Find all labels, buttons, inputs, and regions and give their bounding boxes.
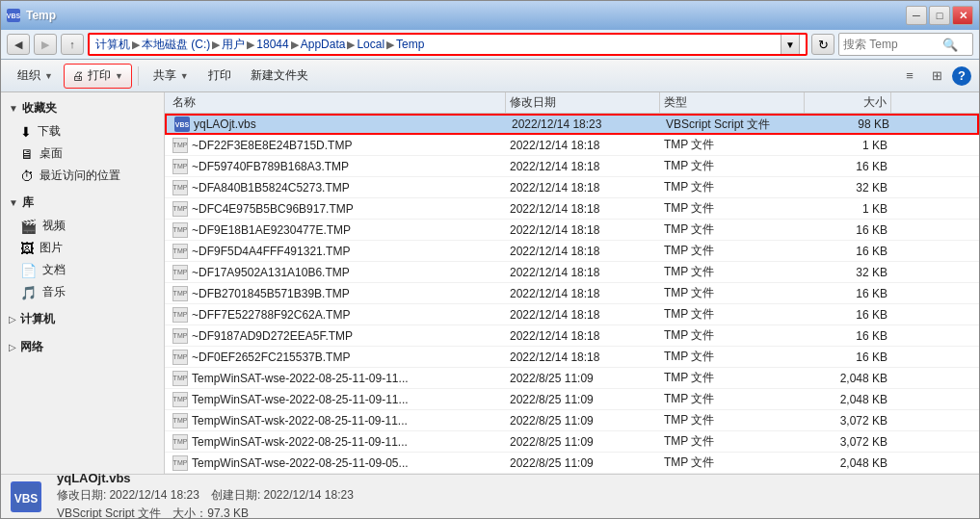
- file-type-cell: TMP 文件: [660, 391, 805, 407]
- path-temp[interactable]: Temp: [396, 38, 424, 51]
- desktop-label: 桌面: [40, 145, 63, 162]
- sidebar-header-network[interactable]: ▷ 网络: [1, 335, 164, 359]
- table-row[interactable]: TMP TempWinSAT-wsk-2022-08-25-11-09-11..…: [165, 431, 979, 453]
- file-date-cell: 2022/8/25 11:09: [506, 414, 660, 428]
- file-name-cell: TMP ~DF0EF2652FC215537B.TMP: [169, 350, 506, 365]
- file-name-text: ~DF9E18B1AE9230477E.TMP: [192, 223, 351, 237]
- view-grid-button[interactable]: ⊞: [925, 65, 948, 88]
- refresh-button[interactable]: ↻: [811, 34, 834, 55]
- status-file-icon: VBS: [11, 481, 41, 512]
- close-button[interactable]: ✕: [952, 6, 973, 25]
- desktop-icon: 🖥: [20, 146, 34, 162]
- file-rows-container: VBS yqLAOjt.vbs 2022/12/14 18:23 VBScrip…: [165, 114, 979, 474]
- table-row[interactable]: TMP ~DF9187AD9D272EEA5F.TMP 2022/12/14 1…: [165, 325, 979, 347]
- file-size-cell: 98 KB: [807, 117, 893, 131]
- table-row[interactable]: TMP ~DFB2701845B571B39B.TMP 2022/12/14 1…: [165, 283, 979, 304]
- new-folder-button[interactable]: 新建文件夹: [242, 64, 317, 89]
- file-date-cell: 2022/8/25 11:09: [506, 456, 660, 470]
- sidebar-item-music[interactable]: 🎵 音乐: [1, 281, 164, 303]
- file-date-cell: 2022/12/14 18:18: [506, 287, 660, 300]
- file-name-text: TempWinSAT-wsk-2022-08-25-11-09-11...: [192, 435, 408, 449]
- status-info: yqLAOjt.vbs 修改日期: 2022/12/14 18:23 创建日期:…: [57, 471, 354, 519]
- share-button[interactable]: 共享 ▼: [145, 64, 198, 89]
- status-details: 修改日期: 2022/12/14 18:23 创建日期: 2022/12/14 …: [57, 487, 354, 504]
- main-area: ▼ 收藏夹 ⬇ 下载 🖥 桌面 ⏱ 最近访问的位置 ▼: [1, 92, 979, 474]
- address-path: 计算机 ▶ 本地磁盘 (C:) ▶ 用户 ▶ 18044 ▶ AppData ▶…: [95, 37, 777, 53]
- sidebar-header-library[interactable]: ▼ 库: [1, 191, 164, 215]
- file-size-cell: 16 KB: [805, 223, 891, 237]
- file-type-cell: TMP 文件: [660, 137, 805, 153]
- path-users[interactable]: 用户: [222, 37, 245, 53]
- table-row[interactable]: TMP ~DFA840B1B5824C5273.TMP 2022/12/14 1…: [165, 177, 979, 198]
- table-row[interactable]: TMP ~DF9E18B1AE9230477E.TMP 2022/12/14 1…: [165, 220, 979, 241]
- title-bar-left: VBS Temp: [7, 9, 56, 22]
- sidebar-header-favorites[interactable]: ▼ 收藏夹: [1, 96, 164, 120]
- file-type-cell: TMP 文件: [660, 306, 805, 323]
- tmp-file-icon: TMP: [172, 201, 188, 217]
- table-row[interactable]: TMP ~DF17A9502A131A10B6.TMP 2022/12/14 1…: [165, 262, 979, 283]
- search-button[interactable]: 🔍: [941, 36, 959, 53]
- sidebar-item-documents[interactable]: 📄 文档: [1, 259, 164, 281]
- up-button[interactable]: ↑: [61, 34, 84, 55]
- col-header-date[interactable]: 修改日期: [506, 92, 660, 113]
- file-type-cell: TMP 文件: [660, 454, 805, 471]
- file-size-cell: 2,048 KB: [805, 456, 891, 470]
- sidebar-item-recent[interactable]: ⏱ 最近访问的位置: [1, 165, 164, 187]
- col-header-type[interactable]: 类型: [660, 92, 805, 113]
- maximize-button[interactable]: □: [929, 6, 950, 25]
- table-row[interactable]: TMP ~DF0EF2652FC215537B.TMP 2022/12/14 1…: [165, 347, 979, 368]
- path-computer[interactable]: 计算机: [95, 37, 130, 53]
- file-name-cell: TMP TempWinSAT-wsk-2022-08-25-11-09-11..…: [169, 413, 506, 428]
- col-header-name[interactable]: 名称: [169, 92, 506, 113]
- file-date-cell: 2022/12/14 18:18: [506, 245, 660, 258]
- sidebar-item-download[interactable]: ⬇ 下载: [1, 120, 164, 143]
- path-drive[interactable]: 本地磁盘 (C:): [142, 37, 210, 53]
- organize-button[interactable]: 组织 ▼: [9, 64, 62, 89]
- address-dropdown-arrow[interactable]: ▼: [781, 34, 800, 55]
- library-label: 库: [22, 195, 34, 211]
- table-row[interactable]: TMP TempWinSAT-wsk-2022-08-25-11-09-11..…: [165, 410, 979, 431]
- toolbar-separator-1: [138, 66, 139, 86]
- forward-button[interactable]: ▶: [34, 34, 57, 55]
- sidebar-item-desktop[interactable]: 🖥 桌面: [1, 143, 164, 165]
- sidebar-header-computer[interactable]: ▷ 计算机: [1, 307, 164, 331]
- file-name-cell: TMP TempWinSAT-wse-2022-08-25-11-09-05..…: [169, 455, 506, 471]
- table-row[interactable]: TMP ~DF59740FB789B168A3.TMP 2022/12/14 1…: [165, 156, 979, 177]
- print-button[interactable]: 打印: [199, 64, 240, 89]
- file-type-cell: TMP 文件: [660, 264, 805, 280]
- table-row[interactable]: TMP ~DFC4E975B5BC96B917.TMP 2022/12/14 1…: [165, 198, 979, 220]
- file-name-cell: TMP ~DF22F3E8E8E24B715D.TMP: [169, 138, 506, 153]
- file-name-text: ~DF0EF2652FC215537B.TMP: [192, 350, 350, 364]
- help-button[interactable]: ?: [952, 66, 971, 86]
- back-button[interactable]: ◀: [7, 34, 30, 55]
- path-user[interactable]: 18044: [256, 38, 288, 51]
- sidebar-item-video[interactable]: 🎬 视频: [1, 215, 164, 237]
- window-title: Temp: [26, 9, 56, 22]
- path-appdata[interactable]: AppData: [301, 38, 346, 51]
- sidebar-item-pictures[interactable]: 🖼 图片: [1, 237, 164, 259]
- address-box[interactable]: 计算机 ▶ 本地磁盘 (C:) ▶ 用户 ▶ 18044 ▶ AppData ▶…: [88, 33, 808, 56]
- file-name-text: TempWinSAT-wse-2022-08-25-11-09-11...: [192, 393, 409, 406]
- organize-arrow: ▼: [44, 71, 53, 81]
- toolbar: 组织 ▼ 🖨 打印 ▼ 共享 ▼ 打印 新建文件夹 ≡ ⊞ ?: [1, 60, 979, 92]
- file-type-cell: TMP 文件: [660, 327, 805, 344]
- path-local[interactable]: Local: [357, 38, 384, 51]
- table-row[interactable]: TMP TempWinSAT-wse-2022-08-25-11-09-11..…: [165, 368, 979, 389]
- view-list-button[interactable]: ≡: [898, 65, 921, 88]
- table-row[interactable]: TMP TempWinSAT-wse-2022-08-25-11-09-11..…: [165, 389, 979, 410]
- file-name-cell: TMP ~DFA840B1B5824C5273.TMP: [169, 180, 506, 195]
- file-name-cell: TMP ~DF9E18B1AE9230477E.TMP: [169, 222, 506, 238]
- print-btn-toolbar[interactable]: 🖨 打印 ▼: [64, 64, 132, 89]
- status-type-size: VBScript Script 文件 大小：97.3 KB: [57, 506, 354, 519]
- table-row[interactable]: VBS yqLAOjt.vbs 2022/12/14 18:23 VBScrip…: [165, 114, 979, 135]
- file-type-cell: TMP 文件: [660, 243, 805, 259]
- tmp-file-icon: TMP: [172, 265, 188, 280]
- search-input[interactable]: [843, 38, 940, 51]
- file-name-text: TempWinSAT-wse-2022-08-25-11-09-11...: [192, 372, 409, 385]
- table-row[interactable]: TMP ~DF9F5D4A4FFF491321.TMP 2022/12/14 1…: [165, 241, 979, 262]
- file-name-text: ~DFB2701845B571B39B.TMP: [192, 287, 350, 300]
- table-row[interactable]: TMP ~DF22F3E8E8E24B715D.TMP 2022/12/14 1…: [165, 135, 979, 156]
- table-row[interactable]: TMP ~DFF7E522788F92C62A.TMP 2022/12/14 1…: [165, 304, 979, 325]
- minimize-button[interactable]: ─: [906, 6, 927, 25]
- col-header-size[interactable]: 大小: [805, 92, 891, 113]
